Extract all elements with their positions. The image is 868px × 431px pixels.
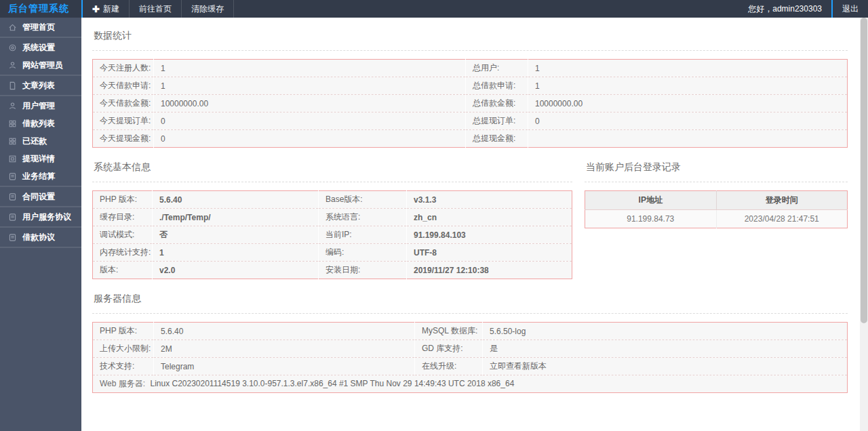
- info-value: 2M: [154, 340, 415, 358]
- login-records-title: 当前账户后台登录记录: [585, 159, 848, 182]
- stat-value: [528, 130, 848, 148]
- column-header-time: 登录时间: [716, 191, 848, 210]
- stat-label: 今天借款金额:: [93, 95, 154, 112]
- go-home-label: 前往首页: [139, 3, 172, 15]
- sidebar-item-site-admins[interactable]: 网站管理员: [0, 56, 81, 74]
- info-label: 技术支持:: [93, 358, 154, 375]
- topbar: 后台管理系统 ✚ 新建 前往首页 清除缓存 您好，admin230303 退出: [0, 0, 868, 18]
- system-info-table: PHP 版本: 5.6.40 Base版本: v3.1.3 缓存目录: ./Te…: [92, 190, 572, 279]
- sidebar-item-system-settings[interactable]: 系统设置: [0, 39, 81, 56]
- document-icon: [8, 192, 17, 201]
- sidebar-item-withdrawals[interactable]: 提现详情: [0, 150, 81, 167]
- info-label: 在线升级:: [415, 358, 483, 375]
- system-info-title: 系统基本信息: [92, 159, 572, 182]
- stat-value: 1: [154, 77, 466, 95]
- info-value: 2019/11/27 12:10:38: [407, 262, 572, 279]
- stat-value: 10000000.00: [154, 95, 466, 112]
- sidebar-item-loans[interactable]: 借款列表: [0, 115, 81, 132]
- info-label: 系统语言:: [319, 209, 407, 226]
- user-icon: [8, 102, 17, 110]
- stat-label: 总借款申请:: [466, 77, 528, 95]
- info-label: GD 库支持:: [415, 340, 483, 358]
- table-row: 版本: v2.0 安装日期: 2019/11/27 12:10:38: [93, 262, 572, 279]
- document-icon: [8, 213, 17, 222]
- stat-label: 总提现订单:: [466, 112, 528, 130]
- logout-button[interactable]: 退出: [833, 0, 868, 18]
- home-icon: [8, 23, 17, 32]
- clear-cache-label: 清除缓存: [191, 3, 224, 15]
- stat-value: 0: [154, 112, 466, 130]
- info-label: 调试模式:: [93, 226, 153, 244]
- info-value: zh_cn: [407, 209, 572, 226]
- table-row: 内存统计支持: 1 编码: UTF-8: [93, 244, 572, 262]
- document-icon: [8, 233, 17, 242]
- sidebar-item-label: 提现详情: [22, 153, 55, 165]
- info-value: 5.6.50-log: [483, 323, 848, 340]
- info-value: UTF-8: [407, 244, 572, 262]
- sidebar-item-articles[interactable]: 文章列表: [0, 77, 81, 94]
- sidebar-item-label: 用户服务协议: [22, 211, 71, 223]
- sidebar-item-settlement[interactable]: 业务结算: [0, 167, 81, 185]
- file-icon: [8, 81, 17, 90]
- stat-value: 1: [528, 77, 848, 95]
- sidebar-item-users[interactable]: 用户管理: [0, 97, 81, 115]
- sidebar-item-label: 用户管理: [22, 100, 55, 112]
- sidebar-group: 文章列表: [0, 76, 81, 96]
- info-value: v3.1.3: [407, 191, 572, 209]
- info-value: 5.6.40: [154, 323, 415, 340]
- table-row: 上传大小限制: 2M GD 库支持: 是: [93, 340, 848, 358]
- stat-label: 今天提现订单:: [93, 112, 154, 130]
- vertical-scrollbar[interactable]: [860, 18, 868, 431]
- info-label: 缓存目录:: [93, 209, 153, 226]
- sidebar-item-home[interactable]: 管理首页: [0, 18, 81, 36]
- info-label: PHP 版本:: [93, 323, 154, 340]
- stat-value: 1: [528, 60, 848, 77]
- table-row: 调试模式: 否 当前IP: 91.199.84.103: [93, 226, 572, 244]
- check-new-version-link[interactable]: 立即查看新版本: [483, 358, 848, 375]
- info-label: 版本:: [93, 262, 153, 279]
- web-server-value: Linux C20230201114519 3.10.0-957.1.3.el7…: [150, 379, 514, 388]
- user-greeting: 您好，admin230303: [738, 0, 831, 18]
- sidebar-item-label: 合同设置: [22, 191, 55, 203]
- info-value: Telegram: [154, 358, 415, 375]
- system-info-section: 系统基本信息 PHP 版本: 5.6.40 Base版本: v3.1.3 缓存目…: [92, 159, 572, 279]
- table-row: Web 服务器: Linux C20230201114519 3.10.0-95…: [93, 375, 848, 393]
- stat-value: 10000000.00: [528, 95, 848, 112]
- info-label: 编码:: [319, 244, 407, 262]
- sidebar-item-label: 已还款: [22, 136, 47, 147]
- stat-label: 今天注册人数:: [93, 60, 154, 77]
- table-row: 今天提现订单: 0 总提现订单: 0: [93, 112, 848, 130]
- stats-title: 数据统计: [92, 27, 848, 51]
- info-label: PHP 版本:: [93, 191, 153, 209]
- table-row: 技术支持: Telegram 在线升级: 立即查看新版本: [93, 358, 848, 375]
- info-value: ./Temp/Temp/: [153, 209, 319, 226]
- gear-icon: [8, 43, 17, 52]
- table-row: 缓存目录: ./Temp/Temp/ 系统语言: zh_cn: [93, 209, 572, 226]
- scrollbar-thumb[interactable]: [861, 18, 867, 323]
- web-server-cell: Web 服务器: Linux C20230201114519 3.10.0-95…: [93, 375, 848, 393]
- sidebar-group: 管理首页: [0, 18, 81, 38]
- sidebar-item-label: 借款协议: [22, 232, 55, 243]
- sidebar-item-label: 业务结算: [22, 171, 55, 182]
- table-row: 91.199.84.73 2023/04/28 21:47:51: [585, 210, 848, 228]
- sidebar-item-user-agreement[interactable]: 用户服务协议: [0, 208, 81, 226]
- clear-cache-button[interactable]: 清除缓存: [182, 0, 233, 18]
- stat-label: 总借款金额:: [466, 95, 528, 112]
- info-label: MySQL 数据库:: [415, 323, 483, 340]
- stat-label: 今天借款申请:: [93, 77, 154, 95]
- sidebar-item-label: 管理首页: [22, 22, 55, 33]
- sidebar-group: 用户服务协议: [0, 207, 81, 228]
- server-info-title: 服务器信息: [92, 290, 848, 314]
- sidebar-item-contract-settings[interactable]: 合同设置: [0, 188, 81, 205]
- sidebar-item-loan-agreement[interactable]: 借款协议: [0, 228, 81, 246]
- new-button[interactable]: ✚ 新建: [83, 0, 129, 18]
- info-value: 是: [483, 340, 848, 358]
- table-row: 今天注册人数: 1 总用户: 1: [93, 60, 848, 77]
- sidebar-item-label: 文章列表: [22, 80, 55, 91]
- sidebar-group: 用户管理 借款列表 已还款 提现详情 业务结算: [0, 96, 81, 187]
- sidebar-item-label: 借款列表: [22, 118, 55, 129]
- table-row: PHP 版本: 5.6.40 Base版本: v3.1.3: [93, 191, 572, 209]
- sidebar-item-repaid[interactable]: 已还款: [0, 132, 81, 150]
- go-home-button[interactable]: 前往首页: [130, 0, 181, 18]
- sidebar-group: 系统设置 网站管理员: [0, 38, 81, 76]
